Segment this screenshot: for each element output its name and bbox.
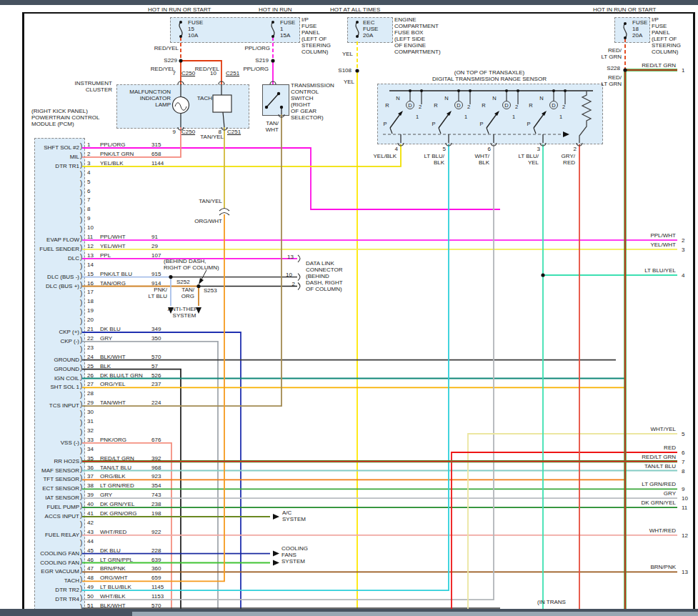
pcm-pin-circuit-number: 198	[151, 510, 161, 517]
wire-color-tag: TAN/WHT	[186, 120, 279, 133]
pcm-pin-function-label: CKP (-)	[0, 338, 79, 344]
pcm-pin-number: 19	[87, 307, 94, 314]
pcm-pin-bracket: )	[80, 317, 82, 325]
pcm-pin-number: 45	[87, 547, 94, 554]
pcm-pin-number: 35	[87, 455, 94, 462]
pcm-pin-bracket: )	[80, 409, 82, 417]
pcm-pin-bracket: )	[80, 428, 82, 436]
pcm-pin-function-label: TCS INPUT	[0, 402, 79, 409]
tach-label: TACH	[119, 95, 212, 101]
wire-color-tag-line: LT GRN	[529, 54, 622, 60]
dtr-title: DIGITAL TRANSMISSION RANGE SENSOR	[382, 76, 597, 82]
pcm-pin-wire-color: PPL	[100, 252, 111, 259]
pcm-pin-circuit-number: 315	[151, 141, 161, 148]
pcm-pin-function-label: DTR TR4	[0, 596, 79, 602]
pcm-pin-number: 41	[87, 510, 94, 517]
cooling-fans-destination-line: SYSTEM	[281, 558, 308, 565]
dlc-label-line: CONNECTOR	[306, 267, 343, 273]
pcm-pin-circuit-number: 354	[151, 482, 161, 489]
splice-label: S252	[176, 279, 190, 285]
pcm-pin-wire-color: LT BLU/BLK	[100, 584, 131, 590]
ip-fuse-panel-note: I/PFUSEPANEL(LEFT OFSTEERINGCOLUMN)	[301, 16, 331, 55]
pcm-pin-function-label: DLC (BUS +)	[0, 283, 79, 289]
pcm-pin-bracket: )	[80, 216, 82, 224]
splice-dot	[623, 68, 627, 71]
ip-fuse-panel-note-line: I/P	[301, 16, 331, 23]
edge-connector-number: 13	[682, 569, 688, 575]
pcm-pin-function-label: FUEL RELAY	[0, 532, 79, 538]
pcm-pin-number: 2	[87, 151, 90, 157]
pcm-pin-number: 51	[87, 602, 94, 609]
dlc-label-line: (BEHIND	[306, 273, 343, 279]
anti-theft-destination-line: SYSTEM	[77, 312, 291, 319]
pcm-pin-bracket: )	[80, 511, 82, 519]
pcm-pin-circuit-number: 570	[151, 354, 161, 360]
pcm-pin-bracket: )	[80, 382, 82, 389]
pcm-pin-function-label: DTR TR1	[0, 163, 79, 169]
pcm-pin-function-label: GROUND	[0, 357, 79, 363]
pcm-pin-number: 32	[87, 427, 94, 434]
dtr-terminal-wire-color-line: GRY/	[482, 153, 575, 159]
splice-label: S229	[84, 57, 177, 64]
pcm-pin-circuit-number: 570	[151, 602, 161, 609]
pcm-pin-wire-color: RED/LT GRN	[100, 455, 134, 462]
arrow-right-icon	[273, 514, 279, 520]
instrument-cluster-label-line: INSTRUMENT	[19, 80, 112, 86]
edge-connector-number: 2	[682, 237, 684, 244]
pcm-pin-number: 30	[87, 409, 94, 415]
transmission-control-switch-box	[262, 84, 289, 116]
pcm-pin-circuit-number: 915	[151, 271, 161, 277]
ip-fuse-panel-note-line: PANEL	[652, 29, 681, 36]
scrollbar-thumb[interactable]	[132, 612, 698, 616]
pcm-pin-bracket: )	[80, 594, 82, 602]
edge-wire-color-label: PPL/WHT	[583, 232, 676, 239]
pcm-pin-circuit-number: 526	[151, 372, 161, 379]
splice-dot	[271, 59, 274, 62]
pcm-pin-wire-color: YEL/BLK	[100, 160, 123, 167]
fuse-label: FUSE	[188, 19, 203, 26]
splice-label: S219	[176, 57, 269, 64]
pcm-pin-bracket: )	[80, 225, 82, 233]
pcm-pin-circuit-number: 923	[151, 473, 161, 480]
dlc-label-line: DATA LINK	[306, 260, 343, 267]
pcm-header-line: (RIGHT KICK PANEL)	[31, 108, 99, 114]
eec-fuse-box-note-line: ENGINE	[394, 16, 441, 23]
wire-color-tag-line: WHT	[186, 126, 279, 133]
pcm-pin-number: 14	[87, 262, 94, 268]
pcm-pin-bracket: )	[80, 197, 82, 205]
edge-connector-number: 4	[682, 272, 684, 279]
pcm-pin-bracket: )	[80, 234, 82, 242]
ac-system-destination-line: SYSTEM	[282, 516, 306, 522]
splice-label: S253	[204, 287, 217, 294]
pcm-pin-wire-color: YEL/WHT	[100, 243, 126, 249]
window-top-bar	[0, 0, 698, 5]
pcm-pin-bracket: )	[80, 364, 82, 372]
pcm-pin-wire-color: GRY	[100, 335, 112, 342]
pcm-pin-function-label: IGN COIL	[0, 375, 79, 382]
dtr-sensor-box	[377, 84, 603, 144]
page-frame-left	[22, 12, 24, 609]
edge-connector-number: 3	[682, 247, 684, 253]
tcs-label-line: SELECTOR)	[291, 114, 334, 121]
edge-wire-color-label: WHT/YEL	[583, 426, 676, 432]
pcm-pin-number: 7	[87, 197, 90, 203]
fuse-label: FUSE	[280, 19, 295, 26]
ip-fuse-panel-note-line: (LEFT OF	[652, 36, 681, 42]
pcm-pin-bracket: )	[80, 539, 82, 547]
wire	[82, 144, 449, 590]
pcm-pin-wire-color: PPL/ORG	[100, 141, 126, 148]
pcm-pin-circuit-number: 360	[151, 565, 161, 572]
dlc-pin-bracket	[298, 255, 300, 262]
pcm-pin-bracket: )	[80, 170, 82, 178]
pcm-pin-number: 47	[87, 565, 94, 572]
wire-color-tag-line: TAN/	[186, 120, 279, 126]
pcm-pin-bracket: )	[80, 151, 82, 159]
ac-system-destination: A/CSYSTEM	[282, 510, 306, 522]
pcm-header: (RIGHT KICK PANEL)POWERTRAIN CONTROLMODU…	[31, 108, 99, 127]
edge-wire-color-label: RED/LT GRN	[583, 62, 676, 69]
pcm-pin-function-label: COOLING FAN	[0, 550, 79, 557]
pcm-pin-number: 3	[87, 160, 90, 167]
pcm-pin-number: 23	[87, 344, 94, 351]
dtr-terminal-wire-color: GRY/RED	[482, 153, 575, 166]
ip-fuse-panel-note-line: PANEL	[301, 29, 331, 36]
